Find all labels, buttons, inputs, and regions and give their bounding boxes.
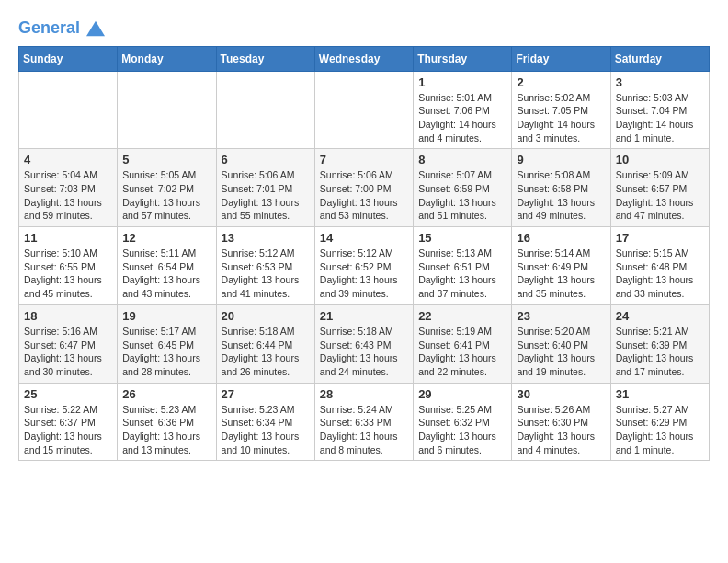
calendar-cell: 28Sunrise: 5:24 AMSunset: 6:33 PMDayligh… [314, 383, 413, 461]
calendar-cell: 2Sunrise: 5:02 AMSunset: 7:05 PMDaylight… [512, 71, 610, 149]
day-number: 13 [222, 231, 310, 245]
day-number: 23 [517, 309, 605, 323]
day-info: Sunrise: 5:10 AMSunset: 6:55 PMDaylight:… [24, 247, 112, 301]
day-number: 27 [222, 387, 310, 401]
day-info: Sunrise: 5:02 AMSunset: 7:05 PMDaylight:… [517, 91, 605, 145]
day-info: Sunrise: 5:20 AMSunset: 6:40 PMDaylight:… [517, 325, 605, 379]
svg-marker-0 [86, 21, 105, 37]
week-row-1: 1Sunrise: 5:01 AMSunset: 7:06 PMDaylight… [19, 71, 710, 149]
calendar-cell [314, 71, 413, 149]
day-info: Sunrise: 5:06 AMSunset: 7:00 PMDaylight:… [320, 168, 408, 223]
calendar-cell: 1Sunrise: 5:01 AMSunset: 7:06 PMDaylight… [414, 71, 512, 149]
day-info: Sunrise: 5:07 AMSunset: 6:59 PMDaylight:… [418, 168, 506, 223]
day-number: 3 [616, 75, 704, 89]
calendar-cell: 6Sunrise: 5:06 AMSunset: 7:01 PMDaylight… [216, 149, 314, 227]
calendar-cell: 12Sunrise: 5:11 AMSunset: 6:54 PMDayligh… [118, 227, 216, 305]
calendar-cell: 13Sunrise: 5:12 AMSunset: 6:53 PMDayligh… [216, 227, 314, 305]
calendar-cell: 22Sunrise: 5:19 AMSunset: 6:41 PMDayligh… [414, 304, 512, 383]
logo: General [18, 18, 105, 37]
weekday-header-tuesday: Tuesday [216, 46, 314, 71]
day-number: 21 [320, 309, 408, 323]
weekday-header-saturday: Saturday [610, 46, 709, 71]
day-number: 19 [122, 309, 210, 323]
calendar-cell: 7Sunrise: 5:06 AMSunset: 7:00 PMDaylight… [314, 149, 413, 227]
day-number: 2 [517, 75, 605, 89]
calendar-cell: 18Sunrise: 5:16 AMSunset: 6:47 PMDayligh… [19, 304, 118, 383]
day-number: 10 [616, 153, 704, 167]
calendar-cell: 23Sunrise: 5:20 AMSunset: 6:40 PMDayligh… [512, 304, 610, 383]
day-info: Sunrise: 5:23 AMSunset: 6:34 PMDaylight:… [222, 403, 310, 457]
calendar-cell: 15Sunrise: 5:13 AMSunset: 6:51 PMDayligh… [414, 227, 512, 305]
day-number: 18 [24, 309, 112, 323]
calendar-cell: 10Sunrise: 5:09 AMSunset: 6:57 PMDayligh… [610, 149, 709, 227]
calendar-cell: 16Sunrise: 5:14 AMSunset: 6:49 PMDayligh… [512, 227, 610, 305]
day-number: 26 [122, 387, 210, 401]
calendar-cell: 31Sunrise: 5:27 AMSunset: 6:29 PMDayligh… [610, 383, 709, 461]
day-info: Sunrise: 5:06 AMSunset: 7:01 PMDaylight:… [222, 168, 310, 223]
day-number: 25 [24, 387, 112, 401]
day-number: 4 [24, 153, 112, 167]
day-number: 16 [517, 231, 605, 245]
day-info: Sunrise: 5:13 AMSunset: 6:51 PMDaylight:… [418, 247, 506, 301]
weekday-header-wednesday: Wednesday [314, 46, 413, 71]
day-number: 1 [418, 75, 506, 89]
weekday-header-thursday: Thursday [414, 46, 512, 71]
calendar-cell: 8Sunrise: 5:07 AMSunset: 6:59 PMDaylight… [414, 149, 512, 227]
day-number: 17 [616, 231, 704, 245]
calendar-cell: 29Sunrise: 5:25 AMSunset: 6:32 PMDayligh… [414, 383, 512, 461]
calendar-cell: 25Sunrise: 5:22 AMSunset: 6:37 PMDayligh… [19, 383, 118, 461]
calendar-cell: 5Sunrise: 5:05 AMSunset: 7:02 PMDaylight… [118, 149, 216, 227]
day-info: Sunrise: 5:08 AMSunset: 6:58 PMDaylight:… [517, 168, 605, 223]
day-number: 20 [222, 309, 310, 323]
calendar-cell: 24Sunrise: 5:21 AMSunset: 6:39 PMDayligh… [610, 304, 709, 383]
day-info: Sunrise: 5:18 AMSunset: 6:44 PMDaylight:… [222, 325, 310, 379]
day-info: Sunrise: 5:16 AMSunset: 6:47 PMDaylight:… [24, 325, 112, 379]
calendar-cell: 14Sunrise: 5:12 AMSunset: 6:52 PMDayligh… [314, 227, 413, 305]
calendar-cell: 9Sunrise: 5:08 AMSunset: 6:58 PMDaylight… [512, 149, 610, 227]
day-number: 24 [616, 309, 704, 323]
calendar-cell [216, 71, 314, 149]
day-info: Sunrise: 5:25 AMSunset: 6:32 PMDaylight:… [418, 403, 506, 457]
day-info: Sunrise: 5:27 AMSunset: 6:29 PMDaylight:… [616, 403, 704, 457]
day-number: 11 [24, 231, 112, 245]
day-number: 6 [222, 153, 310, 167]
day-info: Sunrise: 5:04 AMSunset: 7:03 PMDaylight:… [24, 168, 112, 223]
week-row-2: 4Sunrise: 5:04 AMSunset: 7:03 PMDaylight… [19, 149, 710, 227]
calendar-cell: 17Sunrise: 5:15 AMSunset: 6:48 PMDayligh… [610, 227, 709, 305]
day-info: Sunrise: 5:12 AMSunset: 6:53 PMDaylight:… [222, 247, 310, 301]
day-number: 12 [122, 231, 210, 245]
calendar-cell: 30Sunrise: 5:26 AMSunset: 6:30 PMDayligh… [512, 383, 610, 461]
day-number: 31 [616, 387, 704, 401]
day-info: Sunrise: 5:15 AMSunset: 6:48 PMDaylight:… [616, 247, 704, 301]
day-info: Sunrise: 5:17 AMSunset: 6:45 PMDaylight:… [122, 325, 210, 379]
week-row-5: 25Sunrise: 5:22 AMSunset: 6:37 PMDayligh… [19, 383, 710, 461]
week-row-3: 11Sunrise: 5:10 AMSunset: 6:55 PMDayligh… [19, 227, 710, 305]
week-row-4: 18Sunrise: 5:16 AMSunset: 6:47 PMDayligh… [19, 304, 710, 383]
day-info: Sunrise: 5:12 AMSunset: 6:52 PMDaylight:… [320, 247, 408, 301]
calendar-cell [19, 71, 118, 149]
calendar-cell [118, 71, 216, 149]
weekday-header-friday: Friday [512, 46, 610, 71]
day-number: 28 [320, 387, 408, 401]
calendar-cell: 20Sunrise: 5:18 AMSunset: 6:44 PMDayligh… [216, 304, 314, 383]
day-info: Sunrise: 5:05 AMSunset: 7:02 PMDaylight:… [122, 168, 210, 223]
day-number: 22 [418, 309, 506, 323]
day-number: 8 [418, 153, 506, 167]
day-number: 5 [122, 153, 210, 167]
calendar-cell: 27Sunrise: 5:23 AMSunset: 6:34 PMDayligh… [216, 383, 314, 461]
logo-text: General [18, 18, 105, 39]
day-number: 15 [418, 231, 506, 245]
calendar-cell: 4Sunrise: 5:04 AMSunset: 7:03 PMDaylight… [19, 149, 118, 227]
day-number: 7 [320, 153, 408, 167]
day-number: 9 [517, 153, 605, 167]
day-number: 29 [418, 387, 506, 401]
calendar-cell: 19Sunrise: 5:17 AMSunset: 6:45 PMDayligh… [118, 304, 216, 383]
day-info: Sunrise: 5:21 AMSunset: 6:39 PMDaylight:… [616, 325, 704, 379]
day-info: Sunrise: 5:01 AMSunset: 7:06 PMDaylight:… [418, 91, 506, 145]
calendar-cell: 21Sunrise: 5:18 AMSunset: 6:43 PMDayligh… [314, 304, 413, 383]
day-info: Sunrise: 5:09 AMSunset: 6:57 PMDaylight:… [616, 168, 704, 223]
calendar-cell: 3Sunrise: 5:03 AMSunset: 7:04 PMDaylight… [610, 71, 709, 149]
header: General [18, 18, 710, 37]
day-number: 14 [320, 231, 408, 245]
day-info: Sunrise: 5:11 AMSunset: 6:54 PMDaylight:… [122, 247, 210, 301]
